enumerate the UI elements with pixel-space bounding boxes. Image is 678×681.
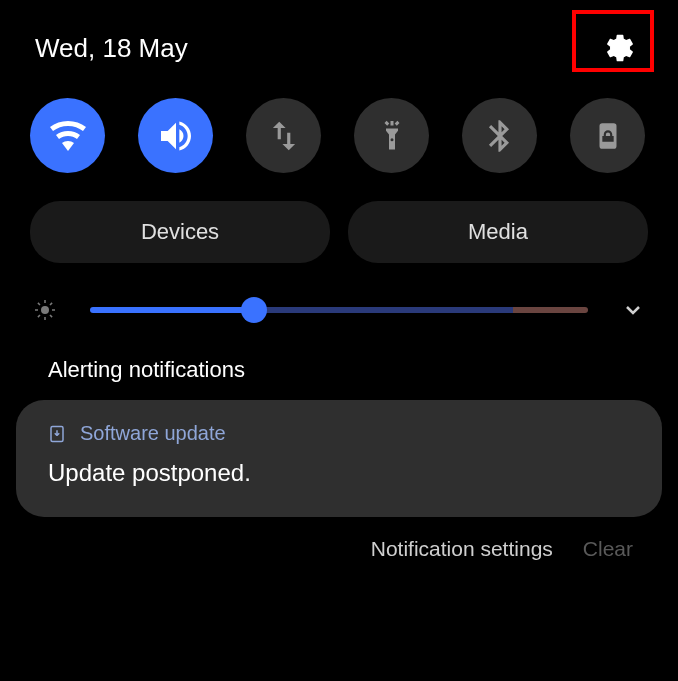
notifications-section-title: Alerting notifications: [0, 342, 678, 395]
date-text: Wed, 18 May: [35, 33, 188, 64]
data-transfer-icon: [265, 117, 303, 155]
svg-line-9: [50, 303, 52, 305]
media-label: Media: [468, 219, 528, 245]
chevron-down-icon: [621, 298, 645, 322]
wifi-toggle[interactable]: [30, 98, 105, 173]
brightness-icon: [30, 298, 60, 322]
devices-label: Devices: [141, 219, 219, 245]
media-button[interactable]: Media: [348, 201, 648, 263]
gear-icon: [604, 32, 636, 64]
svg-line-8: [38, 315, 40, 317]
flashlight-icon: [374, 118, 410, 154]
bluetooth-toggle[interactable]: [462, 98, 537, 173]
clear-notifications-button[interactable]: Clear: [583, 537, 633, 561]
svg-point-1: [41, 306, 49, 314]
sound-toggle[interactable]: [138, 98, 213, 173]
wifi-icon: [48, 116, 88, 156]
volume-icon: [156, 116, 196, 156]
notification-content: Update postponed.: [48, 459, 630, 487]
rotation-lock-toggle[interactable]: [570, 98, 645, 173]
mobile-data-toggle[interactable]: [246, 98, 321, 173]
flashlight-toggle[interactable]: [354, 98, 429, 173]
slider-track: [90, 307, 588, 313]
svg-line-7: [50, 315, 52, 317]
svg-line-6: [38, 303, 40, 305]
brightness-slider[interactable]: [90, 298, 588, 322]
devices-button[interactable]: Devices: [30, 201, 330, 263]
settings-button[interactable]: [597, 25, 643, 71]
bluetooth-icon: [481, 117, 519, 155]
software-update-icon: [48, 425, 66, 443]
notification-settings-link[interactable]: Notification settings: [371, 537, 553, 561]
notification-card[interactable]: Software update Update postponed.: [16, 400, 662, 517]
notification-app-name: Software update: [80, 422, 226, 445]
rotation-lock-icon: [591, 119, 625, 153]
slider-thumb[interactable]: [241, 297, 267, 323]
expand-brightness-button[interactable]: [618, 298, 648, 322]
